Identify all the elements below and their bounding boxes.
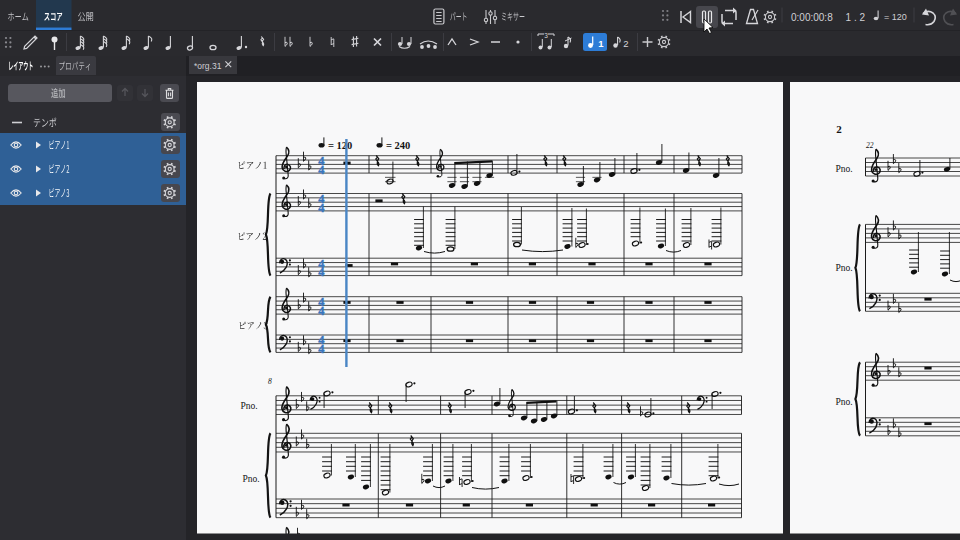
svg-text:22: 22 <box>866 141 874 150</box>
svg-text:2: 2 <box>836 123 842 135</box>
svg-text:= 120: = 120 <box>328 140 352 151</box>
svg-text:8: 8 <box>268 377 272 386</box>
svg-text:Pno.: Pno. <box>835 397 852 407</box>
svg-text:3: 3 <box>544 32 548 39</box>
svg-text:1: 1 <box>598 38 604 49</box>
svg-text:4: 4 <box>318 304 324 318</box>
svg-text:Pno.: Pno. <box>242 474 259 484</box>
svg-text:= 120: = 120 <box>884 12 907 22</box>
svg-text:4: 4 <box>318 265 324 279</box>
svg-text:4: 4 <box>318 163 324 177</box>
svg-text:0:00:00:8: 0:00:00:8 <box>791 12 833 23</box>
svg-text:*org.31: *org.31 <box>194 61 222 71</box>
svg-text:4: 4 <box>318 201 324 215</box>
svg-text:4: 4 <box>318 342 324 356</box>
svg-text:2: 2 <box>623 38 628 49</box>
svg-text:1 . 2: 1 . 2 <box>846 12 866 23</box>
svg-text:= 240: = 240 <box>386 140 410 151</box>
svg-text:Pno.: Pno. <box>835 164 852 174</box>
svg-text:Pno.: Pno. <box>835 263 852 273</box>
svg-text:Pno.: Pno. <box>240 401 257 411</box>
